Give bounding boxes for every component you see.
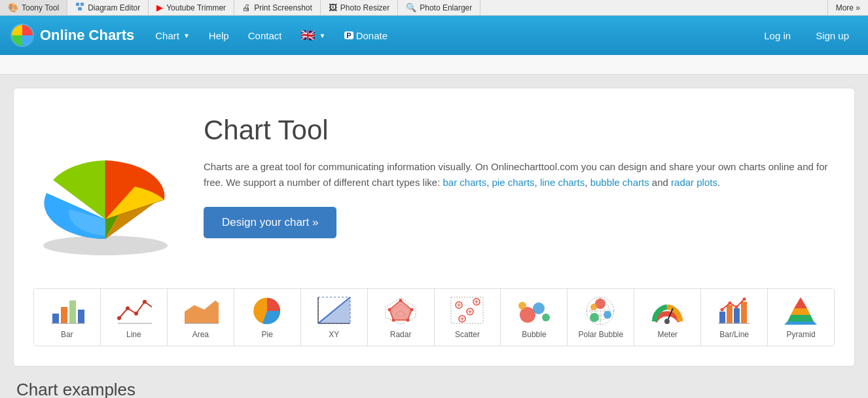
paypal-icon: P: [344, 31, 353, 39]
svg-rect-63: [719, 312, 725, 323]
svg-rect-2: [78, 7, 82, 10]
hero-image: [33, 108, 184, 272]
chart-type-area-label: Area: [192, 330, 209, 339]
svg-point-50: [542, 314, 550, 321]
pyramid-chart-icon: [783, 295, 819, 327]
navbar-nav: Chart ▼ Help Contact 🇬🇧 ▼ P Donate: [147, 23, 755, 48]
svg-point-12: [117, 316, 121, 320]
chart-type-xy[interactable]: XY: [301, 289, 368, 346]
svg-point-59: [590, 313, 599, 322]
nav-help[interactable]: Help: [201, 25, 237, 46]
chart-type-pie-label: Pie: [262, 330, 273, 339]
hero-description: Charts are a great tool for communicatin…: [204, 159, 835, 190]
toolbar-print-screenshot[interactable]: 🖨 Print Screenshot: [234, 0, 321, 15]
chart-type-polar-bubble-label: Polar Bubble: [578, 330, 623, 339]
toolbar-photo-enlarger[interactable]: 🔍 Photo Enlarger: [398, 0, 480, 15]
bubble-chart-icon: [516, 295, 552, 327]
chart-type-line[interactable]: Line: [101, 289, 168, 346]
chart-type-bubble[interactable]: Bubble: [501, 289, 568, 346]
svg-point-68: [729, 302, 732, 305]
chart-type-area[interactable]: Area: [168, 289, 234, 346]
language-dropdown-icon: ▼: [319, 32, 325, 39]
svg-point-31: [410, 308, 413, 312]
svg-point-15: [143, 300, 147, 304]
signup-button[interactable]: Sign up: [806, 26, 858, 45]
link-line-charts[interactable]: line charts: [540, 177, 585, 188]
nav-contact-label: Contact: [248, 30, 282, 41]
line-chart-icon: [116, 295, 152, 327]
sub-nav: [0, 55, 868, 75]
chart-type-meter[interactable]: Meter: [634, 289, 701, 346]
svg-marker-76: [784, 321, 817, 325]
chart-type-bar[interactable]: Bar: [34, 289, 101, 346]
svg-point-14: [134, 312, 138, 316]
link-bar-charts[interactable]: bar charts: [443, 177, 486, 188]
chart-type-radar[interactable]: Radar: [368, 289, 435, 346]
chart-type-pyramid-label: Pyramid: [787, 330, 816, 339]
svg-marker-17: [185, 300, 219, 323]
svg-point-49: [533, 302, 545, 314]
chart-type-meter-label: Meter: [657, 330, 678, 339]
area-chart-icon: [183, 295, 219, 327]
scatter-chart-icon: [449, 295, 485, 327]
bar-chart-icon: [49, 295, 85, 327]
top-toolbar: 🎨 Toony Tool Diagram Editor ▶ Youtube Tr…: [0, 0, 868, 16]
toony-tool-label: Toony Tool: [22, 3, 59, 12]
chart-type-xy-label: XY: [329, 330, 339, 339]
photo-resizer-icon: 🖼: [329, 3, 337, 12]
diagram-editor-icon: [75, 2, 84, 13]
hero-text: Chart Tool Charts are a great tool for c…: [204, 108, 835, 238]
brand[interactable]: Online Charts: [10, 23, 134, 48]
svg-rect-9: [69, 300, 76, 323]
design-chart-button[interactable]: Design your chart »: [204, 207, 336, 238]
link-bubble-charts[interactable]: bubble charts: [590, 177, 649, 188]
nav-donate[interactable]: P Donate: [336, 25, 395, 46]
bar-line-chart-icon: [716, 295, 752, 327]
hero-title: Chart Tool: [204, 115, 835, 146]
chart-type-bar-line[interactable]: Bar/Line: [701, 289, 768, 346]
pie-chart-illustration: [33, 108, 177, 265]
toolbar-diagram-editor[interactable]: Diagram Editor: [67, 0, 149, 15]
print-icon: 🖨: [242, 3, 251, 12]
link-radar-plots[interactable]: radar plots: [671, 177, 717, 188]
chart-type-bar-line-label: Bar/Line: [719, 330, 749, 339]
chart-type-pyramid[interactable]: Pyramid: [768, 289, 834, 346]
chart-type-radar-label: Radar: [390, 330, 412, 339]
chart-type-bubble-label: Bubble: [522, 330, 546, 339]
navbar: Online Charts Chart ▼ Help Contact 🇬🇧 ▼ …: [0, 16, 868, 55]
svg-rect-66: [741, 302, 747, 323]
svg-point-33: [391, 319, 395, 322]
navbar-right: Log in Sign up: [755, 26, 858, 45]
svg-rect-0: [76, 3, 79, 6]
nav-chart[interactable]: Chart ▼: [147, 25, 198, 46]
toolbar-youtube-trimmer[interactable]: ▶ Youtube Trimmer: [149, 0, 234, 15]
youtube-trimmer-label: Youtube Trimmer: [166, 3, 226, 12]
photo-enlarger-label: Photo Enlarger: [420, 3, 472, 12]
svg-point-62: [664, 319, 670, 324]
youtube-icon: ▶: [156, 3, 163, 12]
svg-rect-8: [61, 307, 67, 323]
login-button[interactable]: Log in: [755, 26, 800, 45]
link-pie-charts[interactable]: pie charts: [492, 177, 535, 188]
nav-language[interactable]: 🇬🇧 ▼: [293, 23, 333, 48]
svg-rect-10: [78, 310, 84, 323]
chart-type-scatter[interactable]: Scatter: [435, 289, 501, 346]
toolbar-more[interactable]: More »: [827, 0, 868, 15]
brand-logo-icon: [10, 23, 35, 48]
language-flag-icon: 🇬🇧: [300, 28, 315, 43]
chart-types-row: Bar Line Area: [33, 288, 835, 346]
chart-type-bar-label: Bar: [61, 330, 73, 339]
toolbar-toony-tool[interactable]: 🎨 Toony Tool: [0, 0, 67, 15]
chart-type-pie[interactable]: Pie: [234, 289, 301, 346]
svg-rect-7: [52, 314, 59, 323]
photo-resizer-label: Photo Resizer: [340, 3, 389, 12]
svg-point-51: [518, 302, 526, 310]
nav-help-label: Help: [209, 30, 229, 41]
svg-rect-64: [727, 305, 732, 323]
nav-contact[interactable]: Contact: [240, 25, 290, 46]
svg-marker-75: [787, 315, 814, 321]
more-label: More »: [836, 3, 860, 12]
chart-type-polar-bubble[interactable]: Polar Bubble: [568, 289, 634, 346]
toolbar-photo-resizer[interactable]: 🖼 Photo Resizer: [321, 0, 398, 15]
hero-body: Chart Tool Charts are a great tool for c…: [33, 108, 835, 272]
